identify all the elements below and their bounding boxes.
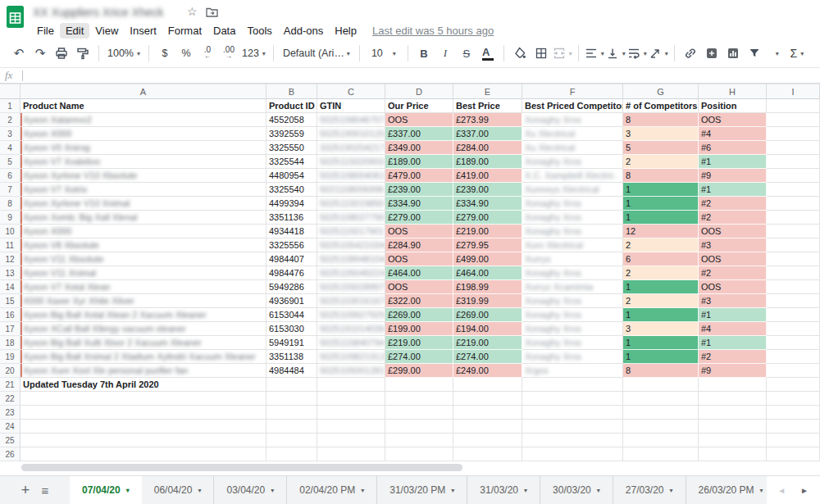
cell-C2[interactable]: 5025198046707 (317, 113, 385, 127)
cell-A13[interactable]: Xyxon V11 Xnimal (20, 266, 266, 280)
cell-D15[interactable]: £322.00 (385, 294, 453, 308)
row-header-6[interactable]: 6 (0, 169, 20, 183)
cell-I19[interactable] (767, 350, 820, 364)
cell-B12[interactable]: 4984407 (266, 252, 317, 266)
cell-H21[interactable] (699, 378, 767, 392)
row-header-26[interactable]: 26 (0, 447, 20, 461)
menu-edit[interactable]: Edit (60, 23, 89, 39)
cell-I20[interactable] (767, 364, 820, 378)
menu-help[interactable]: Help (329, 23, 362, 39)
cell-E18[interactable]: £219.00 (453, 336, 522, 350)
cell-F18[interactable]: Xonaghy Xros (522, 336, 623, 350)
cell-E5[interactable]: £189.00 (453, 155, 522, 169)
row-header-8[interactable]: 8 (0, 197, 20, 211)
cell-D8[interactable]: £334.90 (385, 197, 453, 211)
cell-A20[interactable]: Xyxon Xure Xool Xle personal purifier fa… (20, 364, 266, 378)
cell-A3[interactable]: Xyxon X000 (20, 127, 266, 141)
column-header-A[interactable]: A (20, 84, 266, 99)
column-header-F[interactable]: F (522, 84, 623, 99)
row-header-17[interactable]: 17 (0, 322, 20, 336)
cell-F13[interactable]: Xonaghy Xros (522, 266, 623, 280)
zoom-select[interactable]: 100%▾ (104, 43, 144, 63)
formula-input[interactable] (23, 68, 820, 83)
sheet-tab-03-04-20[interactable]: 03/04/20▾ (214, 476, 287, 504)
cell-B1[interactable]: Product ID (266, 99, 317, 113)
cell-A24[interactable] (20, 420, 266, 434)
row-header-15[interactable]: 15 (0, 294, 20, 308)
star-icon[interactable]: ☆ (187, 5, 198, 18)
cell-H1[interactable]: Position (699, 99, 767, 113)
cell-I10[interactable] (767, 225, 820, 238)
increase-decimals-button[interactable]: .00→ (218, 43, 239, 63)
cell-A6[interactable]: Xyxon Xyrlone V10 Xbsolute (20, 169, 266, 183)
paint-format-button[interactable] (72, 43, 93, 63)
insert-comment-button[interactable] (701, 43, 722, 63)
cell-H17[interactable]: #4 (699, 322, 767, 336)
cell-H18[interactable]: #1 (699, 336, 767, 350)
cell-C7[interactable]: 5021108006996 (317, 183, 385, 197)
cell-A9[interactable]: Xyxon Xomb; Big Xall Xlenal (20, 211, 266, 225)
cell-C20[interactable]: 5025105001281 (317, 364, 385, 378)
cell-B23[interactable] (266, 406, 317, 420)
cell-B6[interactable]: 4480954 (266, 169, 317, 183)
cell-I17[interactable] (767, 322, 820, 336)
cell-B25[interactable] (266, 434, 317, 447)
cell-H5[interactable]: #1 (699, 155, 767, 169)
cell-F21[interactable] (522, 378, 623, 392)
cell-G6[interactable]: 8 (623, 169, 699, 183)
cell-G4[interactable]: 5 (623, 141, 699, 155)
cell-A1[interactable]: Product Name (20, 99, 266, 113)
cell-D11[interactable]: £284.90 (385, 238, 453, 252)
cell-E22[interactable] (453, 392, 522, 406)
cell-E13[interactable]: £464.00 (453, 266, 522, 280)
cell-B13[interactable]: 4984476 (266, 266, 317, 280)
sheet-tab-31-03-20-PM[interactable]: 31/03/20 PM▾ (377, 476, 467, 504)
cell-C8[interactable]: 5025115019850 (317, 197, 385, 211)
cell-C15[interactable]: 5025103016167 (317, 294, 385, 308)
cell-F19[interactable]: Xonaghy Xros (522, 350, 623, 364)
cell-E4[interactable]: £284.00 (453, 141, 522, 155)
filter-views-button[interactable]: ▾ (765, 43, 786, 63)
cell-F5[interactable]: Xonaghy Xros (522, 155, 623, 169)
cell-D4[interactable]: £349.00 (385, 141, 453, 155)
cell-E23[interactable] (453, 406, 522, 420)
cell-A4[interactable]: Xyxon V0 Xnirog (20, 141, 266, 155)
sheet-tab-30-03-20[interactable]: 30/03/20▾ (540, 476, 613, 504)
cell-H10[interactable]: OOS (699, 225, 767, 238)
select-all-corner[interactable] (0, 84, 20, 99)
menu-file[interactable]: File (31, 23, 60, 39)
cell-A7[interactable]: Xyxon V7 Xotrix (20, 183, 266, 197)
cell-E25[interactable] (453, 434, 522, 447)
row-header-9[interactable]: 9 (0, 211, 20, 225)
cell-E9[interactable]: £279.00 (453, 211, 522, 225)
cell-D10[interactable]: OOS (385, 225, 453, 238)
cell-D13[interactable]: £464.00 (385, 266, 453, 280)
row-header-12[interactable]: 12 (0, 252, 20, 266)
cell-C3[interactable]: 5025190010120 (317, 127, 385, 141)
sheet-tab-27-03-20[interactable]: 27/03/20▾ (613, 476, 686, 504)
cell-D21[interactable] (385, 378, 453, 392)
cell-F22[interactable] (522, 392, 623, 406)
cell-A10[interactable]: Xyxon X000 (20, 225, 266, 238)
merge-cells-button[interactable]: ▾ (552, 43, 573, 63)
cell-D3[interactable]: £337.00 (385, 127, 453, 141)
cell-E24[interactable] (453, 420, 522, 434)
cell-C24[interactable] (317, 420, 385, 434)
cell-F9[interactable]: Xonaghy Xros (522, 211, 623, 225)
cell-A14[interactable]: Xyxon V7 Xotal Xlean (20, 280, 266, 294)
cell-H8[interactable]: #2 (699, 197, 767, 211)
column-header-C[interactable]: C (317, 84, 385, 99)
cell-I2[interactable] (767, 113, 820, 127)
cell-F26[interactable] (522, 447, 623, 461)
cell-F17[interactable]: Xonaghy Xros (522, 322, 623, 336)
text-rotation-button[interactable]: ▾ (648, 43, 669, 63)
cell-E11[interactable]: £279.95 (453, 238, 522, 252)
cell-B17[interactable]: 6153030 (266, 322, 317, 336)
cell-C18[interactable]: 5025115840794 (317, 336, 385, 350)
menu-add-ons[interactable]: Add-ons (278, 23, 329, 39)
cell-I5[interactable] (767, 155, 820, 169)
cell-C22[interactable] (317, 392, 385, 406)
cell-A25[interactable] (20, 434, 266, 447)
cell-B24[interactable] (266, 420, 317, 434)
cell-A18[interactable]: Xyxon Big Ball Xulti Xloor 2 Xacuum Xlea… (20, 336, 266, 350)
